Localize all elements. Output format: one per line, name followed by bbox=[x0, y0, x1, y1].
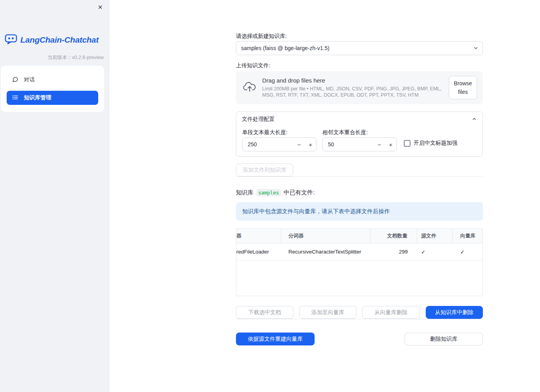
rebuild-vector-store-button[interactable]: 依据源文件重建向量库 bbox=[236, 333, 315, 345]
zh-title-enhance-group: 开启中文标题加强 bbox=[404, 140, 457, 147]
expander-header[interactable]: 文件处理配置 bbox=[236, 112, 482, 127]
cell-splitter: RecursiveCharacterTextSplitter bbox=[281, 243, 371, 260]
table-row[interactable]: redFileLoader RecursiveCharacterTextSpli… bbox=[236, 243, 482, 261]
info-banner: 知识库中包含源文件与向量库，请从下表中选择文件后操作 bbox=[236, 202, 483, 221]
cloud-upload-icon bbox=[243, 82, 256, 94]
sidebar-item-dialogue[interactable]: 对话 bbox=[7, 73, 98, 87]
file-action-buttons: 下载选中文档 添加至向量库 从向量库删除 从知识库中删除 bbox=[236, 306, 483, 319]
info-text: 知识库中包含源文件与向量库，请从下表中选择文件后操作 bbox=[242, 208, 390, 215]
col-doc-count-header: 文档数量 bbox=[371, 229, 417, 243]
chat-bubble-icon bbox=[12, 76, 18, 84]
sidebar-item-knowledge-base[interactable]: 知识库管理 bbox=[7, 91, 98, 105]
kb-name-code: samples bbox=[256, 189, 281, 196]
overlap-size-input[interactable]: 50 − + bbox=[322, 137, 397, 151]
chunk-size-label: 单段文本最大长度: bbox=[242, 129, 317, 136]
overlap-size-decrement-button[interactable]: − bbox=[374, 141, 385, 148]
expander-body: 单段文本最大长度: 250 − + 相邻文本重合长度: 50 − + 开启中文标… bbox=[236, 127, 482, 156]
cell-doc-count: 299 bbox=[371, 243, 417, 260]
kb-action-buttons: 依据源文件重建向量库 删除知识库 bbox=[236, 333, 483, 345]
kb-select-value: samples (faiss @ bge-large-zh-v1.5) bbox=[241, 45, 329, 51]
list-icon bbox=[12, 94, 18, 102]
dropzone-title: Drag and drop files here bbox=[262, 77, 443, 84]
kb-select[interactable]: samples (faiss @ bge-large-zh-v1.5) bbox=[236, 41, 483, 55]
cell-source-file-check: ✓ bbox=[417, 243, 453, 260]
chunk-size-value[interactable]: 250 bbox=[243, 141, 293, 147]
chunk-size-input[interactable]: 250 − + bbox=[242, 137, 317, 151]
file-config-expander: 文件处理配置 单段文本最大长度: 250 − + 相邻文本重合长度: 50 − … bbox=[236, 111, 483, 157]
dropzone-text: Drag and drop files here Limit 200MB per… bbox=[262, 77, 443, 99]
delete-kb-button[interactable]: 删除知识库 bbox=[405, 333, 483, 345]
existing-prefix: 知识库 bbox=[236, 189, 254, 196]
chunk-size-group: 单段文本最大长度: 250 − + bbox=[242, 129, 317, 151]
logo-chat-icon bbox=[5, 34, 17, 46]
zh-title-enhance-checkbox[interactable] bbox=[404, 140, 410, 147]
col-splitter-header: 分词器 bbox=[281, 229, 371, 243]
divider bbox=[236, 319, 483, 319]
main-content: 请选择或新建知识库: samples (faiss @ bge-large-zh… bbox=[236, 0, 483, 345]
cell-loader: redFileLoader bbox=[236, 243, 281, 260]
kb-select-label: 请选择或新建知识库: bbox=[236, 32, 483, 40]
app-logo: LangChain-Chatchat bbox=[5, 34, 99, 46]
version-label: 当前版本：v0.2.6-preview bbox=[47, 54, 104, 61]
existing-suffix: 中已有文件: bbox=[284, 189, 315, 196]
app-title: LangChain-Chatchat bbox=[20, 35, 99, 45]
overlap-size-label: 相邻文本重合长度: bbox=[322, 129, 397, 136]
add-to-vector-store-button[interactable]: 添加至向量库 bbox=[299, 306, 357, 319]
chevron-down-icon bbox=[473, 45, 479, 52]
chunk-size-decrement-button[interactable]: − bbox=[293, 141, 305, 148]
chunk-size-increment-button[interactable]: + bbox=[305, 141, 316, 148]
cell-vector-store-check: ✓ bbox=[453, 243, 482, 260]
file-dropzone[interactable]: Drag and drop files here Limit 200MB per… bbox=[236, 71, 483, 104]
overlap-size-increment-button[interactable]: + bbox=[385, 141, 396, 148]
sidebar-nav: 对话 知识库管理 bbox=[1, 66, 104, 112]
chevron-up-icon bbox=[472, 116, 477, 123]
zh-title-enhance-label: 开启中文标题加强 bbox=[414, 140, 457, 147]
browse-files-button[interactable]: Browse files bbox=[449, 76, 477, 100]
files-table[interactable]: 器 分词器 文档数量 源文件 向量库 redFileLoader Recursi… bbox=[236, 228, 483, 296]
delete-from-vector-store-button[interactable]: 从向量库删除 bbox=[362, 306, 420, 319]
sidebar: × LangChain-Chatchat 当前版本：v0.2.6-preview… bbox=[0, 0, 110, 392]
existing-files-line: 知识库 samples 中已有文件: bbox=[236, 189, 483, 196]
col-source-file-header: 源文件 bbox=[417, 229, 453, 243]
sidebar-item-label: 对话 bbox=[24, 76, 35, 83]
download-selected-button[interactable]: 下载选中文档 bbox=[236, 306, 293, 319]
upload-label: 上传知识文件: bbox=[236, 62, 483, 69]
col-vector-store-header: 向量库 bbox=[453, 229, 482, 243]
sidebar-close-icon[interactable]: × bbox=[95, 2, 105, 13]
delete-from-kb-button[interactable]: 从知识库中删除 bbox=[426, 306, 483, 319]
overlap-size-value[interactable]: 50 bbox=[323, 141, 374, 147]
divider bbox=[236, 176, 483, 177]
dropzone-limit-text: Limit 200MB per file • HTML, MD, JSON, C… bbox=[262, 86, 443, 99]
col-loader-header: 器 bbox=[236, 229, 281, 243]
overlap-size-group: 相邻文本重合长度: 50 − + bbox=[322, 129, 397, 151]
sidebar-item-label: 知识库管理 bbox=[24, 94, 51, 101]
expander-title: 文件处理配置 bbox=[242, 116, 275, 123]
add-files-button[interactable]: 添加文件到知识库 bbox=[236, 164, 293, 176]
table-header-row: 器 分词器 文档数量 源文件 向量库 bbox=[236, 229, 482, 243]
